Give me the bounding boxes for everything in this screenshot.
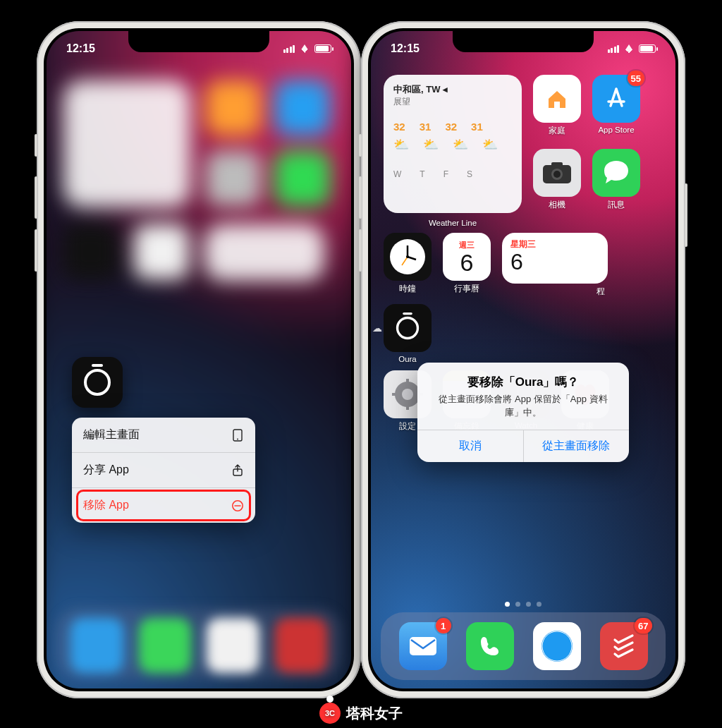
- cellular-icon: [283, 45, 295, 53]
- schedule-tail: 程: [596, 286, 605, 297]
- remove-alert: 要移除「Oura」嗎？ 從主畫面移除會將 App 保留於「App 資料庫」中。 …: [417, 363, 629, 462]
- camera-app[interactable]: [533, 149, 581, 197]
- oura-app[interactable]: ☁: [384, 304, 432, 352]
- svg-point-1: [237, 438, 238, 439]
- volume-down-button[interactable]: [359, 229, 362, 272]
- remove-icon: [231, 499, 244, 512]
- oura-app-icon[interactable]: [72, 357, 123, 408]
- status-time: 12:15: [391, 42, 420, 55]
- weather-location: 中和區, TW ◂: [393, 84, 448, 95]
- menu-edit-home[interactable]: 編輯主畫面: [72, 418, 255, 453]
- todoist-app[interactable]: 67: [600, 622, 648, 670]
- alert-title: 要移除「Oura」嗎？: [417, 363, 629, 393]
- wifi-icon: [299, 44, 310, 53]
- temp-2: 32: [445, 121, 457, 133]
- wifi-icon: [623, 44, 635, 53]
- messages-label: 訊息: [608, 200, 625, 210]
- phone-icon: [231, 429, 244, 442]
- svg-rect-9: [551, 162, 563, 167]
- power-button[interactable]: [685, 183, 687, 247]
- oura-ring-icon: [84, 369, 111, 396]
- safari-app[interactable]: [533, 622, 581, 670]
- appstore-badge: 55: [628, 71, 644, 86]
- weather-widget-name: Weather Line: [429, 219, 477, 227]
- temp-1: 31: [420, 121, 432, 133]
- dock: 1 67: [381, 612, 666, 680]
- appstore-label: App Store: [598, 126, 634, 134]
- share-icon: [231, 464, 244, 477]
- oura-ring-icon: [396, 317, 419, 339]
- weather-icons: ⛅⛅⛅⛅: [393, 137, 512, 152]
- clock-app[interactable]: [384, 233, 432, 281]
- status-time: 12:15: [66, 42, 95, 55]
- menu-remove-label: 移除 App: [83, 498, 129, 513]
- phone-app[interactable]: [466, 622, 514, 670]
- context-menu: 編輯主畫面 分享 App 移除 App: [72, 418, 255, 523]
- clock-label: 時鐘: [399, 284, 416, 294]
- menu-share-app[interactable]: 分享 App: [72, 453, 255, 488]
- day-2: F: [443, 169, 448, 179]
- schedule-weekday: 星期三: [510, 238, 599, 250]
- battery-icon: [314, 44, 331, 53]
- mail-badge: 1: [436, 618, 451, 633]
- weather-outlook: 展望: [393, 96, 512, 108]
- svg-point-14: [406, 255, 409, 258]
- phone-left: 12:15: [37, 21, 361, 698]
- menu-remove-app[interactable]: 移除 App: [72, 488, 255, 523]
- battery-icon: [639, 44, 656, 53]
- watermark-text: 塔科女子: [346, 704, 403, 723]
- day-1: T: [420, 169, 424, 179]
- weather-widget[interactable]: 中和區, TW ◂ 展望 32 31 32 31 ⛅⛅⛅⛅: [384, 75, 522, 213]
- calendar-app[interactable]: 週三 6: [443, 233, 491, 281]
- appstore-app[interactable]: 55: [592, 75, 640, 123]
- phone-right: 12:15 中和區, TW ◂ 展望: [361, 21, 685, 698]
- mute-switch[interactable]: [35, 134, 37, 157]
- page-dots[interactable]: [505, 602, 542, 607]
- svg-rect-28: [410, 637, 436, 655]
- day-3: S: [467, 169, 472, 179]
- svg-rect-5: [554, 102, 560, 108]
- messages-app[interactable]: [592, 149, 640, 197]
- svg-rect-17: [406, 379, 409, 384]
- todoist-badge: 67: [635, 618, 651, 633]
- temp-3: 31: [471, 121, 483, 133]
- alert-cancel-button[interactable]: 取消: [417, 430, 524, 462]
- svg-point-16: [402, 389, 413, 400]
- calendar-day: 6: [460, 250, 474, 274]
- calendar-label: 行事曆: [454, 284, 479, 294]
- alert-message: 從主畫面移除會將 App 保留於「App 資料庫」中。: [417, 393, 629, 430]
- mute-switch[interactable]: [359, 134, 362, 157]
- settings-label: 設定: [399, 421, 416, 432]
- svg-point-8: [553, 171, 561, 178]
- watermark: 3C 塔科女子: [319, 703, 403, 724]
- notch: [128, 31, 269, 52]
- notch: [453, 31, 594, 52]
- svg-rect-19: [392, 393, 398, 396]
- alert-confirm-button[interactable]: 從主畫面移除: [524, 430, 630, 462]
- schedule-widget[interactable]: 星期三 6: [502, 233, 608, 284]
- menu-share-label: 分享 App: [83, 463, 129, 478]
- svg-rect-18: [406, 404, 409, 410]
- day-0: W: [393, 169, 401, 179]
- home-label: 家庭: [549, 126, 565, 136]
- cellular-icon: [608, 45, 620, 53]
- menu-edit-label: 編輯主畫面: [83, 427, 140, 442]
- home-app[interactable]: [533, 75, 581, 123]
- schedule-day: 6: [510, 250, 599, 273]
- volume-down-button[interactable]: [35, 229, 37, 272]
- cloud-icon: ☁: [372, 322, 382, 334]
- temp-0: 32: [393, 121, 405, 133]
- dock-blurred: [56, 608, 341, 679]
- volume-up-button[interactable]: [359, 176, 362, 219]
- volume-up-button[interactable]: [35, 176, 37, 219]
- oura-label: Oura: [398, 355, 417, 363]
- camera-label: 相機: [549, 200, 565, 210]
- mail-app[interactable]: 1: [399, 622, 447, 670]
- watermark-badge: 3C: [319, 703, 341, 724]
